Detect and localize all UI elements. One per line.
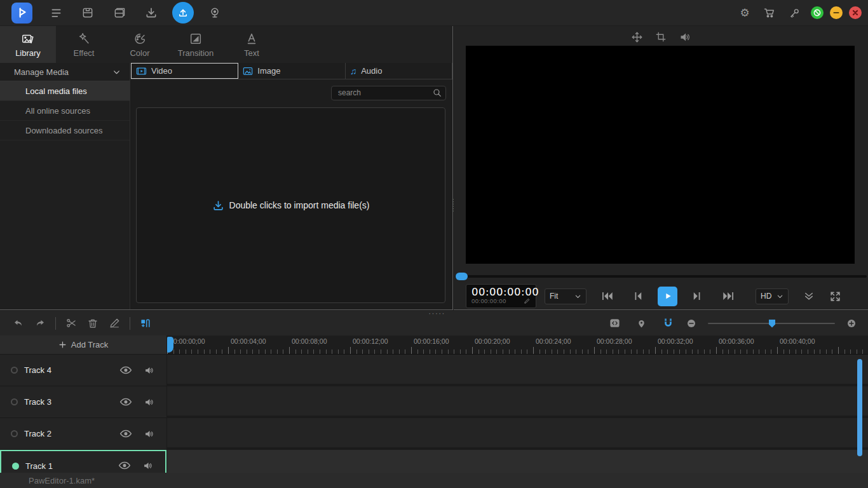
track-mute-toggle[interactable]: [142, 429, 156, 439]
import-button[interactable]: [135, 0, 167, 25]
delete-button[interactable]: [82, 314, 104, 333]
crop-button[interactable]: [653, 29, 668, 44]
track-mute-toggle[interactable]: [141, 461, 155, 471]
track-visibility-toggle[interactable]: [119, 365, 133, 376]
tab-library[interactable]: Library: [0, 26, 56, 63]
screen-hide-button[interactable]: [811, 6, 824, 19]
sidebar-item-online-sources[interactable]: All online sources: [0, 101, 130, 121]
track-lane-2[interactable]: [167, 418, 868, 450]
play-button[interactable]: [658, 287, 677, 306]
tab-transition[interactable]: Transition: [168, 26, 224, 63]
import-dropzone[interactable]: Double clicks to import media file(s): [136, 107, 445, 303]
transform-button[interactable]: [629, 29, 644, 44]
export-button[interactable]: [167, 0, 199, 25]
close-button[interactable]: [849, 6, 862, 19]
edit-timecode-icon[interactable]: [524, 297, 531, 304]
media-tab-label: Audio: [361, 66, 382, 76]
tab-text[interactable]: Text: [224, 26, 280, 63]
skip-to-start-button[interactable]: [595, 287, 618, 306]
save-button[interactable]: [72, 0, 104, 25]
panel-resize-handle-horizontal[interactable]: ·····: [428, 308, 445, 318]
quality-select[interactable]: HD: [756, 288, 789, 304]
pencil-icon: [109, 317, 121, 329]
manage-media-dropdown[interactable]: Manage Media: [0, 63, 130, 81]
color-icon: [133, 32, 147, 46]
add-track-button[interactable]: Add Track: [0, 336, 166, 355]
track-header-4[interactable]: Track 4: [0, 355, 166, 386]
track-indicator[interactable]: [11, 430, 18, 437]
fullscreen-button[interactable]: [829, 290, 841, 302]
zoom-out-button[interactable]: [684, 314, 699, 333]
track-lane-4[interactable]: [167, 355, 868, 386]
timeline-zoom-slider[interactable]: [708, 319, 835, 328]
slider-handle[interactable]: [769, 320, 775, 328]
tab-video[interactable]: Video: [131, 63, 238, 79]
ruler-tick: [576, 349, 576, 354]
save-as-button[interactable]: [104, 0, 135, 25]
split-button[interactable]: [135, 314, 156, 333]
track-header-3[interactable]: Track 3: [0, 386, 166, 418]
playhead[interactable]: [167, 337, 173, 353]
plus-icon: [58, 341, 67, 349]
next-frame-button[interactable]: [686, 287, 709, 306]
double-chevron-down-icon: [803, 290, 815, 302]
settings-button[interactable]: ⚙: [735, 0, 755, 25]
tab-audio[interactable]: ♫ Audio: [346, 63, 452, 79]
track-header-2[interactable]: Track 2: [0, 418, 166, 450]
track-visibility-toggle[interactable]: [119, 397, 133, 407]
undo-button[interactable]: [8, 314, 29, 333]
edit-button[interactable]: [104, 314, 125, 333]
previous-frame-button[interactable]: [627, 287, 649, 306]
track-indicator[interactable]: [11, 398, 18, 405]
track-lane-3[interactable]: [167, 386, 868, 418]
ruler-tick: [228, 347, 229, 354]
track-mute-toggle[interactable]: [142, 365, 156, 376]
ruler-tick: [838, 347, 839, 354]
timeline-ruler[interactable]: 00:00:00;0000:00:04;0000:00:08;0000:00:1…: [167, 336, 868, 355]
ruler-tick: [667, 349, 668, 354]
skip-to-end-button[interactable]: [717, 287, 740, 306]
minimize-button[interactable]: [830, 6, 843, 19]
ruler-tick: [484, 349, 485, 354]
collapse-preview-button[interactable]: [803, 290, 815, 302]
track-mute-toggle[interactable]: [142, 397, 156, 407]
tab-image[interactable]: Image: [238, 63, 345, 79]
search-input[interactable]: [331, 86, 446, 100]
sidebar-item-downloaded-sources[interactable]: Downloaded sources: [0, 121, 130, 140]
tab-effect[interactable]: Effect: [56, 26, 112, 63]
track-indicator[interactable]: [12, 463, 19, 470]
redo-button[interactable]: [29, 314, 51, 333]
tab-color[interactable]: Color: [112, 26, 168, 63]
project-name: PawEditor-1.kam*: [29, 476, 95, 485]
preview-seekbar[interactable]: [455, 275, 867, 278]
play-icon: [663, 291, 673, 301]
track-visibility-toggle[interactable]: [118, 461, 132, 471]
seekbar-handle[interactable]: [456, 273, 468, 280]
record-button[interactable]: [199, 0, 231, 25]
preview-volume-button[interactable]: [677, 29, 693, 44]
ruler-tick: [320, 349, 320, 354]
video-preview[interactable]: [466, 46, 855, 264]
timeline-vertical-scrollbar[interactable]: [857, 359, 862, 456]
fullscreen-icon: [829, 290, 841, 302]
media-browser: Video Image ♫ Audio: [131, 63, 452, 309]
cut-button[interactable]: [60, 314, 82, 333]
track-manager-button[interactable]: [604, 314, 625, 333]
snap-toggle-button[interactable]: [657, 314, 679, 333]
activation-button[interactable]: [784, 0, 804, 25]
sidebar-item-local-media[interactable]: Local media files: [0, 81, 130, 101]
effect-icon: [77, 32, 91, 46]
zoom-in-button[interactable]: [844, 314, 859, 333]
ruler-tick: [448, 349, 449, 354]
zoom-mode-select[interactable]: Fit: [545, 288, 587, 304]
timecode-display[interactable]: 00:00:00:00 00:00:00:00: [466, 284, 536, 308]
ruler-tick: [472, 347, 473, 354]
menu-button[interactable]: [40, 0, 72, 25]
statusbar: PawEditor-1.kam*: [0, 473, 868, 488]
ruler-tick: [405, 349, 405, 354]
store-button[interactable]: [759, 0, 780, 25]
add-marker-button[interactable]: [630, 314, 652, 333]
track-visibility-toggle[interactable]: [119, 429, 133, 439]
track-indicator[interactable]: [11, 367, 18, 374]
webcam-icon: [208, 6, 221, 19]
